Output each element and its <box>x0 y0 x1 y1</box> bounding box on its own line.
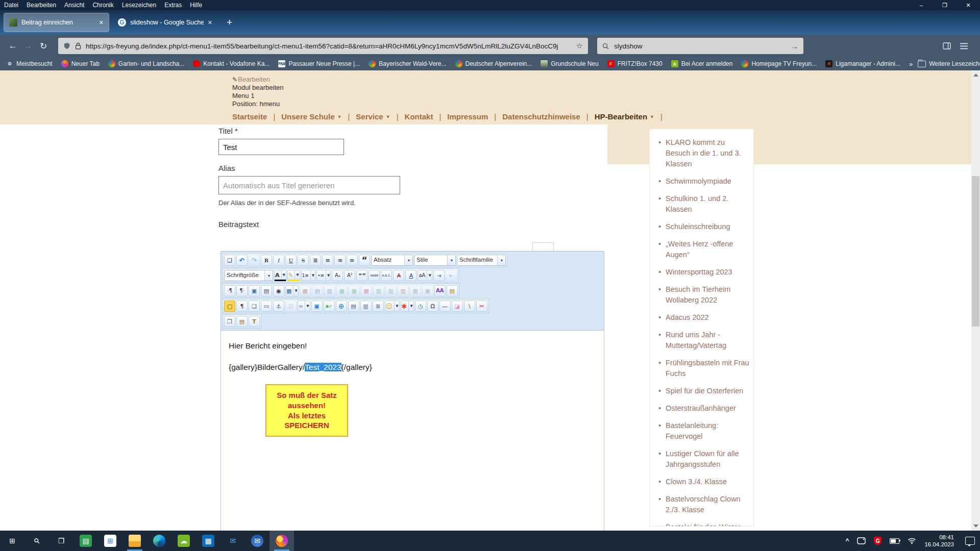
editor-content-area[interactable]: Hier Bericht eingeben! {gallery}BilderGa… <box>220 331 604 531</box>
cut-button[interactable]: ✂ <box>476 300 487 312</box>
delete-row-button[interactable]: ▦ <box>361 285 372 296</box>
new-tab-button[interactable]: + <box>227 17 232 28</box>
sidebar-article-link[interactable]: KLARO kommt zu Besuch in die 1. und 3. K… <box>658 137 749 169</box>
sidebar-toggle-icon[interactable] <box>943 42 951 49</box>
insert-column-left-button[interactable]: ▥ <box>373 285 384 296</box>
font-family-select[interactable]: Schriftfamilie▼ <box>457 255 506 266</box>
alias-input[interactable] <box>218 176 400 194</box>
nav-datenschutzhinweise[interactable]: Datenschutzhinweise <box>502 112 594 121</box>
acronym-button[interactable]: A.B.C. <box>381 270 392 281</box>
case-change-button[interactable]: aA▼ <box>418 270 432 281</box>
table-cell-properties-button[interactable]: ▥ <box>324 285 335 296</box>
bookmark-ligamanager[interactable]: ✕ Ligamanager - Admini... <box>825 60 900 67</box>
address-bar[interactable]: https://gs-freyung.de/index.php/ct-menu1… <box>58 38 588 54</box>
menu-item[interactable]: Datei <box>0 1 22 10</box>
highlight-button[interactable]: ✎▼ <box>287 270 300 281</box>
bookmark-alpenverein[interactable]: Deutscher Alpenverein... <box>455 60 532 67</box>
nav-unsere-schule[interactable]: Unsere Schule ▼ <box>281 112 356 121</box>
bookmark-meistbesucht[interactable]: ⚙ Meistbesucht <box>6 60 53 67</box>
tray-expand-chevron-icon[interactable]: ^ <box>845 537 849 544</box>
visual-characters-button[interactable]: AA <box>434 285 446 296</box>
bookmark-bayerischer-wald[interactable]: Bayerischer Wald-Vere... <box>369 60 446 67</box>
edit-link[interactable]: Bearbeiten <box>238 76 270 83</box>
indent-button[interactable]: ⇥ <box>433 270 445 281</box>
visual-chars-button[interactable]: ¶ <box>236 300 248 312</box>
spellcheck-button[interactable]: a✓ <box>324 300 335 312</box>
numbered-list-button[interactable]: 1≡▼ <box>301 270 316 281</box>
calendar-app-icon[interactable]: ▦ <box>196 531 220 551</box>
unlink-button[interactable]: ∅ <box>285 300 297 312</box>
template-button[interactable]: ▥ <box>360 300 372 312</box>
quotes-button[interactable]: “” <box>356 270 368 281</box>
special-character-button[interactable]: Ω <box>427 300 438 312</box>
module-edit-link[interactable]: Modul bearbeiten <box>232 84 283 92</box>
sidebar-article-link[interactable]: Bastelvorschlag Clown 2./3. Klasse <box>658 494 749 515</box>
sidebar-article-link[interactable]: Osterstraußanhänger <box>658 403 749 414</box>
sidebar-article-link[interactable]: Bastelanleitung: Feuervogel <box>658 420 749 442</box>
iframe-button[interactable]: ▭ <box>261 300 272 312</box>
nav-service[interactable]: Service ▼ <box>356 112 404 121</box>
table-row-properties-button[interactable]: ▤ <box>312 285 323 296</box>
superscript-button[interactable]: A² <box>344 270 355 281</box>
edge-browser-icon[interactable] <box>147 531 172 551</box>
insert-text-button[interactable]: A <box>405 270 416 281</box>
file-explorer-icon[interactable] <box>122 531 147 551</box>
bookmark-fritzbox[interactable]: F FRITZ!Box 7430 <box>607 60 663 67</box>
paste-button[interactable]: ▤ <box>236 316 248 327</box>
tab-beitrag-einreichen[interactable]: Beitrag einreichen ✕ <box>4 13 109 32</box>
preview-button[interactable]: ❏ <box>249 300 260 312</box>
horizontal-rule-button[interactable]: — <box>439 300 451 312</box>
menu-item[interactable]: Extras <box>160 1 186 10</box>
minimize-button[interactable]: – <box>910 0 933 10</box>
firefox-icon[interactable] <box>270 531 294 551</box>
bookmark-vodafone[interactable]: Kontakt - Vodafone Ka... <box>193 60 270 67</box>
new-document-button[interactable]: ❏ <box>224 255 235 266</box>
insert-row-above-button[interactable]: ▦ <box>336 285 348 296</box>
url-text[interactable]: https://gs-freyung.de/index.php/ct-menu1… <box>86 42 572 50</box>
copy-button[interactable]: ❐ <box>224 316 235 327</box>
sidebar-article-link[interactable]: „Weites Herz -offene Augen“ <box>658 239 749 260</box>
cast-icon[interactable] <box>857 537 866 544</box>
nav-kontakt[interactable]: Kontakt <box>405 112 448 121</box>
font-color-button[interactable]: A▼ <box>274 270 286 281</box>
show-blocks-button[interactable]: ▢ <box>224 300 235 312</box>
merge-cells-button[interactable]: ▣ <box>422 285 433 296</box>
attributes-button[interactable]: ▤ <box>447 285 458 296</box>
bookmark-star-icon[interactable]: ☆ <box>576 41 583 51</box>
bookmark-garten[interactable]: Garten- und Landscha... <box>108 60 184 67</box>
battery-icon[interactable] <box>890 538 899 544</box>
emoticons-button[interactable]: ☺▼ <box>385 300 400 312</box>
form-button[interactable]: ≣ <box>373 300 384 312</box>
bookmark-tv-freyung[interactable]: Homepage TV Freyun... <box>741 60 817 67</box>
scroll-up-icon[interactable] <box>973 73 978 77</box>
tab-close-icon[interactable]: ✕ <box>99 19 104 26</box>
delete-text-button[interactable]: A <box>393 270 404 281</box>
start-button[interactable]: ⊞ <box>0 531 24 551</box>
fullscreen-button[interactable]: ▣ <box>249 285 260 296</box>
close-button[interactable]: ✕ <box>957 0 980 10</box>
abbreviation-button[interactable]: ABBR <box>369 270 380 281</box>
scrollbar-thumb[interactable] <box>972 176 979 327</box>
italic-button[interactable]: I <box>273 255 284 266</box>
thunderbird-icon[interactable]: ✉ <box>245 531 270 551</box>
insert-datetime-button[interactable]: ◷ <box>415 300 426 312</box>
sidebar-article-link[interactable]: Clown 3./4. Klasse <box>658 477 749 487</box>
align-justify-button[interactable]: ≣ <box>310 255 321 266</box>
table-button[interactable]: ▦▼ <box>285 285 299 296</box>
delete-column-button[interactable]: ▥ <box>398 285 409 296</box>
sidebar-article-link[interactable]: Schuleinschreibung <box>658 221 749 232</box>
delete-table-button[interactable]: ▦ <box>300 285 311 296</box>
search-button[interactable]: ◉ <box>273 285 284 296</box>
image-button[interactable]: ▣ <box>311 300 323 312</box>
sidebar-article-link[interactable]: Adacus 2022 <box>658 312 749 323</box>
mail-app-icon[interactable]: ✉ <box>220 531 245 551</box>
task-view-button[interactable]: ❐ <box>49 531 74 551</box>
bookmarks-overflow-chevron-icon[interactable]: » <box>909 60 913 68</box>
menu-item[interactable]: Lesezeichen <box>118 1 160 10</box>
menu-item[interactable]: Bearbeiten <box>22 1 60 10</box>
menu-item[interactable]: Chronik <box>88 1 117 10</box>
align-left-button[interactable]: ≡ <box>334 255 346 266</box>
cleanup-button[interactable]: ∖ <box>464 300 475 312</box>
align-right-button[interactable]: ≡ <box>347 255 358 266</box>
media-globe-button[interactable]: ⊕ <box>336 300 347 312</box>
